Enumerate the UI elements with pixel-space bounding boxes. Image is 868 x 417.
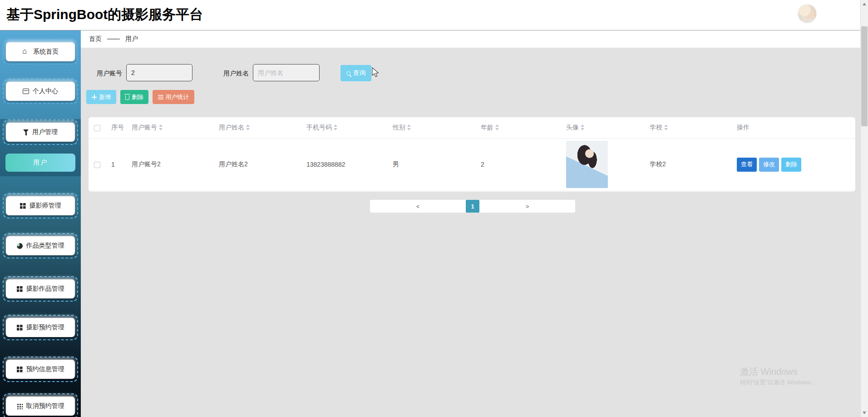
sidebar-item-label: 系统首页 — [33, 48, 59, 56]
pagination-prev[interactable]: < — [370, 203, 466, 210]
sidebar-item-label: 作品类型管理 — [26, 242, 64, 250]
row-delete-button[interactable]: 删除 — [781, 158, 801, 172]
user-stats-button[interactable]: 用户统计 — [153, 90, 194, 104]
name-input[interactable] — [253, 64, 320, 81]
sidebar-item-personal-center[interactable]: 个人中心 — [3, 79, 78, 104]
view-button[interactable]: 查看 — [737, 158, 757, 172]
main-content: 用户账号 用户姓名 查询 新增 删除 用户统计 — [81, 48, 860, 417]
header-avatar[interactable]: 头像 — [561, 117, 644, 138]
add-button-label: 新增 — [99, 93, 111, 101]
cell-gender: 男 — [387, 138, 475, 191]
sidebar-item-label: 摄影师管理 — [30, 202, 61, 210]
cell-name: 用户姓名2 — [213, 138, 301, 191]
sidebar-item-label: 摄影作品管理 — [26, 285, 64, 293]
header-phone[interactable]: 手机号码 — [301, 117, 387, 138]
page-title: 基于SpringBoot的摄影服务平台 — [6, 5, 203, 24]
grid-icon — [17, 286, 23, 292]
filter-icon — [23, 129, 29, 135]
header-school[interactable]: 学校 — [644, 117, 731, 138]
header-label: 操作 — [737, 124, 750, 131]
scrollbar-thumb[interactable] — [861, 26, 868, 126]
select-all-checkbox[interactable] — [94, 125, 100, 131]
row-actions: 查看 修改 删除 — [737, 158, 855, 172]
header-label: 性别 — [393, 124, 405, 131]
table-row: 1 用户账号2 用户姓名2 13823888882 男 2 学校2 查看 修改 — [89, 138, 855, 191]
grid-icon — [20, 203, 26, 209]
header-label: 序号 — [111, 124, 124, 131]
plus-icon — [92, 94, 97, 99]
pie-chart-icon — [17, 243, 23, 249]
search-icon — [346, 71, 350, 75]
sort-caret-icon[interactable] — [246, 124, 250, 130]
table-header-row: 序号 用户账号 用户姓名 手机号码 性别 年龄 头像 学校 操作 — [89, 117, 855, 138]
breadcrumb-home[interactable]: 首页 — [89, 35, 102, 43]
sidebar-item-photo-work-management[interactable]: 摄影作品管理 — [3, 276, 78, 302]
sidebar-item-work-type-management[interactable]: 作品类型管理 — [3, 233, 78, 258]
row-avatar-photo[interactable] — [566, 141, 608, 188]
user-table-card: 序号 用户账号 用户姓名 手机号码 性别 年龄 头像 学校 操作 1 — [89, 117, 855, 192]
header-age[interactable]: 年龄 — [475, 117, 561, 138]
sort-caret-icon[interactable] — [664, 124, 668, 130]
app-window: 基于SpringBoot的摄影服务平台 系统首页 个人中心 用户管理 用户 — [0, 0, 868, 417]
user-table: 序号 用户账号 用户姓名 手机号码 性别 年龄 头像 学校 操作 1 — [89, 117, 855, 191]
header-actions: 操作 — [731, 117, 855, 138]
sidebar-item-label: 摄影预约管理 — [26, 323, 64, 332]
home-icon — [22, 48, 30, 55]
sidebar-item-photographer-management[interactable]: 摄影师管理 — [3, 193, 78, 218]
header-label: 头像 — [566, 124, 579, 131]
header-label: 学校 — [650, 124, 662, 131]
trash-icon — [125, 95, 129, 100]
stats-list-icon — [158, 95, 163, 99]
stats-button-label: 用户统计 — [166, 93, 189, 101]
header-account[interactable]: 用户账号 — [126, 117, 213, 138]
header-label: 手机号码 — [306, 124, 332, 131]
account-input[interactable] — [126, 64, 192, 81]
header-label: 用户账号 — [132, 124, 157, 131]
sidebar-item-label: 用户管理 — [32, 128, 58, 136]
row-checkbox[interactable] — [94, 162, 100, 168]
delete-button-label: 删除 — [132, 93, 143, 101]
pagination: < 1 > — [370, 200, 575, 213]
sort-caret-icon[interactable] — [407, 124, 411, 130]
delete-button[interactable]: 删除 — [120, 90, 148, 104]
header-gender[interactable]: 性别 — [387, 117, 475, 138]
header: 基于SpringBoot的摄影服务平台 — [0, 0, 868, 30]
pagination-page-1[interactable]: 1 — [466, 200, 479, 213]
query-button-label: 查询 — [353, 69, 366, 77]
header-label: 用户姓名 — [219, 124, 244, 131]
sort-caret-icon[interactable] — [334, 124, 338, 130]
sidebar-subitem-user-active[interactable]: 用户 — [5, 154, 75, 172]
query-button[interactable]: 查询 — [340, 65, 371, 81]
user-avatar[interactable] — [798, 5, 816, 23]
sidebar-item-system-home[interactable]: 系统首页 — [3, 39, 78, 65]
name-label: 用户姓名 — [223, 70, 249, 78]
windows-activation-watermark-line2: 转到“设置”以激活 Windows。 — [740, 378, 817, 387]
grid-icon — [17, 325, 23, 331]
breadcrumb-separator — [107, 39, 120, 40]
cell-age: 2 — [475, 138, 561, 191]
cell-index: 1 — [106, 138, 126, 191]
sidebar-item-label: 取消预约管理 — [26, 402, 64, 410]
pagination-next[interactable]: > — [479, 203, 575, 210]
sidebar-item-photo-booking-management[interactable]: 摄影预约管理 — [3, 315, 78, 340]
scrollbar-up-arrow-icon[interactable] — [863, 3, 866, 5]
windows-activation-watermark-line1: 激活 Windows — [740, 366, 798, 378]
account-label: 用户账号 — [97, 70, 122, 78]
scrollbar-down-arrow-icon[interactable] — [863, 412, 866, 414]
sidebar-item-cancel-booking-management[interactable]: 取消预约管理 — [3, 393, 78, 417]
sidebar-item-label: 预约信息管理 — [26, 365, 64, 373]
sidebar-item-user-management[interactable]: 用户管理 — [3, 119, 78, 145]
grid-dots-icon — [17, 403, 23, 409]
sidebar-item-booking-info-management[interactable]: 预约信息管理 — [3, 357, 78, 382]
sidebar: 系统首页 个人中心 用户管理 用户 摄影师管理 作品类 — [0, 30, 81, 417]
sort-caret-icon[interactable] — [495, 124, 499, 130]
add-button[interactable]: 新增 — [86, 90, 116, 104]
vertical-scrollbar[interactable] — [860, 0, 868, 417]
sort-caret-icon[interactable] — [581, 124, 585, 130]
edit-button[interactable]: 修改 — [759, 158, 779, 172]
sidebar-item-label: 个人中心 — [33, 87, 58, 95]
breadcrumb: 首页 用户 — [81, 30, 860, 48]
header-name[interactable]: 用户姓名 — [213, 117, 301, 138]
sort-caret-icon[interactable] — [159, 124, 163, 130]
profile-card-icon — [23, 89, 29, 94]
